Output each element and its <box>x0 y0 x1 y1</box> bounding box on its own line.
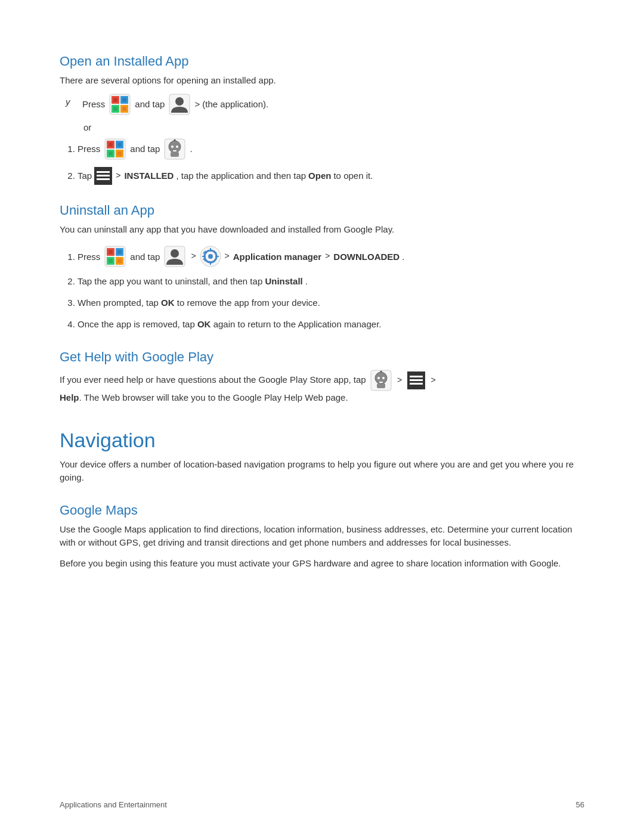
u-arrow2: > <box>225 249 230 264</box>
u-downloaded: DOWNLOADED <box>333 249 400 265</box>
footer-right: 56 <box>576 800 584 809</box>
step2-arrow1: > <box>116 168 120 183</box>
navigation-title: Navigation <box>60 429 584 452</box>
u-step1-and-tap: and tap <box>130 249 160 265</box>
svg-rect-38 <box>117 250 122 254</box>
uninstall-step1: Press and tap > <box>78 246 584 267</box>
svg-rect-16 <box>109 143 113 147</box>
uninstall-step4: Once the app is removed, tap OK again to… <box>78 317 584 332</box>
get-help-text4: . The Web browser will take you to the G… <box>79 392 348 402</box>
open-app-steps: Press and tap <box>78 138 584 185</box>
person-icon <box>169 94 190 115</box>
step2-open: Open <box>308 168 331 184</box>
svg-rect-17 <box>117 143 122 147</box>
svg-rect-7 <box>113 107 117 111</box>
uninstall-app-intro: You can uninstall any app that you have … <box>60 223 584 237</box>
open-app-step2: Tap > INSTALLED , tap the application an… <box>78 167 584 185</box>
u-step2-end: . <box>305 276 308 286</box>
svg-rect-25 <box>173 150 177 151</box>
application-suffix: > (the application). <box>194 96 268 112</box>
step2-tap: Tap <box>78 168 92 184</box>
u-arrow1: > <box>191 249 196 264</box>
svg-rect-49 <box>215 256 219 257</box>
google-maps-title: Google Maps <box>60 503 584 518</box>
press-label: Press <box>82 96 105 112</box>
step2-suffix: to open it. <box>333 168 373 184</box>
u-step1-press: Press <box>78 249 100 265</box>
open-app-bullet-item: Press and tap <box>66 94 584 115</box>
footer: Applications and Entertainment 56 <box>0 800 644 809</box>
svg-rect-29 <box>97 171 110 173</box>
uninstall-app-section: Uninstall an App You can uninstall any a… <box>60 203 584 332</box>
footer-left: Applications and Entertainment <box>60 800 167 809</box>
u-step3-bold: OK <box>161 298 175 308</box>
step2-middle: , tap the application and then tap <box>176 168 306 184</box>
open-app-bullet-list: Press and tap <box>66 94 584 115</box>
svg-rect-64 <box>410 379 423 381</box>
u-step3-text: When prompted, tap <box>78 298 159 308</box>
svg-rect-19 <box>117 151 122 156</box>
u-step4-text: Once the app is removed, tap <box>78 319 195 329</box>
uninstall-step3: When prompted, tap OK to remove the app … <box>78 296 584 310</box>
get-help-bold: Help <box>60 392 79 402</box>
u-step4-text2: again to return to the Application manag… <box>213 319 382 329</box>
get-help-arrow2: > <box>431 375 436 385</box>
step1-content: Press and tap <box>78 138 584 160</box>
svg-point-27 <box>174 139 176 141</box>
svg-point-24 <box>176 145 178 148</box>
step1-suffix: . <box>190 141 192 157</box>
svg-rect-63 <box>410 376 423 377</box>
svg-rect-30 <box>97 175 110 176</box>
apps-icon-u1 <box>104 246 126 267</box>
svg-rect-8 <box>122 107 126 111</box>
svg-rect-40 <box>117 259 122 263</box>
google-maps-text1: Use the Google Maps application to find … <box>60 523 584 550</box>
and-tap-label: and tap <box>135 96 165 112</box>
svg-point-61 <box>380 371 382 373</box>
u-arrow3: > <box>325 249 330 264</box>
svg-rect-59 <box>379 382 383 383</box>
svg-rect-56 <box>377 383 385 388</box>
svg-rect-37 <box>109 250 113 254</box>
svg-rect-6 <box>122 98 126 102</box>
uninstall-step2: Tap the app you want to uninstall, and t… <box>78 274 584 289</box>
get-help-text1: If you ever need help or have questions … <box>60 374 366 385</box>
menu-icon-help <box>407 371 425 389</box>
apps-icon <box>109 94 131 115</box>
u-step2-text: Tap the app you want to uninstall, and t… <box>78 276 262 286</box>
uninstall-steps: Press and tap > <box>78 246 584 332</box>
svg-point-23 <box>171 145 174 148</box>
svg-point-10 <box>175 97 184 106</box>
step2-installed: INSTALLED <box>124 168 174 184</box>
svg-rect-46 <box>210 248 211 252</box>
get-help-arrow1: > <box>397 375 402 385</box>
svg-point-58 <box>382 377 385 379</box>
google-maps-section: Google Maps Use the Google Maps applicat… <box>60 503 584 571</box>
svg-rect-22 <box>171 152 179 157</box>
bullet-content: Press and tap <box>82 94 268 115</box>
step1-press: Press <box>78 141 100 157</box>
step2-content: Tap > INSTALLED , tap the application an… <box>78 167 584 185</box>
step1-and-tap: and tap <box>130 141 160 157</box>
get-help-text: If you ever need help or have questions … <box>60 370 584 405</box>
open-installed-app-intro: There are several options for opening an… <box>60 74 584 88</box>
open-app-step1: Press and tap <box>78 138 584 160</box>
u-step3-text2: to remove the app from your device. <box>177 298 320 308</box>
u-step2-bold: Uninstall <box>265 276 302 286</box>
svg-rect-31 <box>97 178 110 180</box>
navigation-section: Navigation Your device offers a number o… <box>60 429 584 485</box>
svg-point-45 <box>208 254 213 259</box>
u-step4-bold: OK <box>197 319 211 329</box>
settings-circle-icon <box>200 246 221 267</box>
get-help-section: Get Help with Google Play If you ever ne… <box>60 349 584 405</box>
svg-rect-39 <box>109 259 113 263</box>
get-help-title: Get Help with Google Play <box>60 349 584 365</box>
google-maps-text2: Before you begin using this feature you … <box>60 557 584 571</box>
open-installed-app-section: Open an Installed App There are several … <box>60 54 584 185</box>
or-divider: or <box>83 122 584 132</box>
u-end: . <box>402 249 404 265</box>
apps-icon-step1 <box>104 138 126 160</box>
navigation-intro: Your device offers a number of location-… <box>60 458 584 485</box>
menu-icon-step2 <box>94 167 112 185</box>
uninstall-app-title: Uninstall an App <box>60 203 584 218</box>
